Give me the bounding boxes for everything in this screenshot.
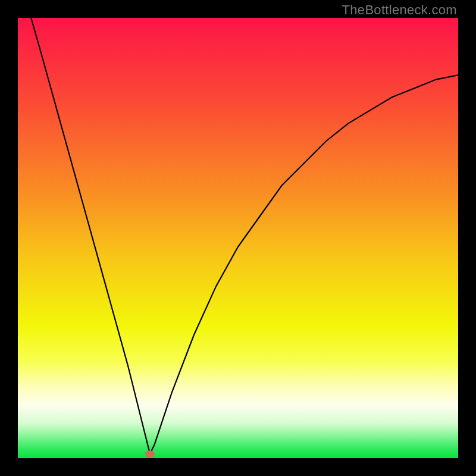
bottleneck-curve xyxy=(18,18,458,458)
chart-frame: TheBottleneck.com xyxy=(0,0,476,476)
watermark-text: TheBottleneck.com xyxy=(342,2,457,18)
optimal-point-marker xyxy=(145,450,155,458)
plot-area xyxy=(18,18,458,458)
